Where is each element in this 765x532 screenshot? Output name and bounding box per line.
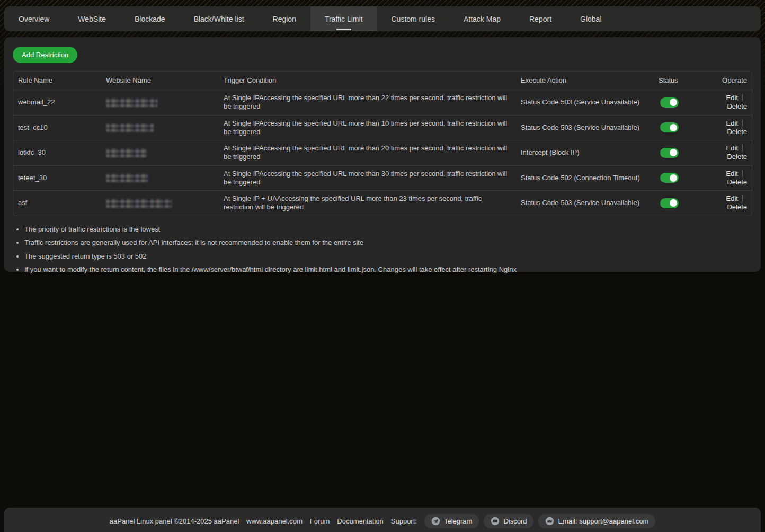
- discord-icon: [491, 517, 500, 526]
- telegram-icon: [431, 517, 440, 526]
- note-item: Traffic restrictions are generally used …: [24, 238, 752, 246]
- header-operate: Operate: [711, 76, 752, 85]
- tab-website[interactable]: WebSite: [64, 6, 120, 31]
- email-label: Email: support@aapanel.com: [558, 517, 648, 525]
- delete-link[interactable]: Delete: [727, 153, 747, 161]
- execute-action-cell: Status Code 502 (Connection Timeout): [521, 174, 659, 182]
- header-website-name: Website Name: [106, 76, 224, 85]
- tab-global[interactable]: Global: [566, 6, 616, 31]
- execute-action-cell: Status Code 503 (Service Unavailable): [521, 123, 659, 132]
- table-row: test_cc10 At Single IPAccessing the spec…: [13, 115, 752, 140]
- delete-link[interactable]: Delete: [727, 203, 747, 211]
- header-execute-action: Execute Action: [521, 76, 659, 85]
- note-item: The priority of traffic restrictions is …: [24, 225, 752, 233]
- note-item: The suggested return type is 503 or 502: [24, 252, 752, 260]
- discord-button[interactable]: Discord: [484, 514, 533, 528]
- footer-site-link[interactable]: www.aapanel.com: [246, 517, 303, 525]
- execute-action-cell: Status Code 503 (Service Unavailable): [521, 98, 659, 107]
- tab-blockade[interactable]: Blockade: [120, 6, 180, 31]
- operate-divider: [742, 145, 743, 151]
- email-button[interactable]: Email: support@aapanel.com: [538, 514, 655, 528]
- delete-link[interactable]: Delete: [727, 178, 747, 186]
- rule-name-cell: teteet_30: [13, 174, 106, 182]
- add-restriction-button[interactable]: Add Restriction: [13, 47, 77, 63]
- telegram-label: Telegram: [444, 517, 472, 525]
- edit-link[interactable]: Edit: [726, 119, 738, 127]
- table-row: lotkfc_30 At Single IPAccessing the spec…: [13, 140, 752, 165]
- table-row: teteet_30 At Single IPAccessing the spec…: [13, 165, 752, 191]
- status-toggle[interactable]: [660, 173, 679, 183]
- note-item: If you want to modify the return content…: [24, 265, 752, 273]
- footer-docs-link[interactable]: Documentation: [337, 517, 383, 525]
- traffic-limit-panel: Add Restriction Rule Name Website Name T…: [4, 37, 761, 272]
- rule-name-cell: test_cc10: [13, 123, 106, 132]
- tab-report[interactable]: Report: [515, 6, 566, 31]
- trigger-condition-cell: At Single IPAccessing the specified URL …: [224, 119, 521, 137]
- rule-name-cell: webmail_22: [13, 98, 106, 107]
- status-toggle[interactable]: [660, 198, 679, 208]
- operate-divider: [742, 120, 743, 126]
- execute-action-cell: Status Code 503 (Service Unavailable): [521, 199, 659, 207]
- tab-attack-map[interactable]: Attack Map: [449, 6, 515, 31]
- tab-region[interactable]: Region: [259, 6, 310, 31]
- trigger-condition-cell: At Single IP + UAAccessing the specified…: [224, 194, 521, 212]
- table-row: webmail_22 At Single IPAccessing the spe…: [13, 90, 752, 115]
- website-name-redacted: [106, 199, 172, 208]
- status-toggle[interactable]: [660, 148, 679, 158]
- header-status: Status: [659, 76, 711, 85]
- trigger-condition-cell: At Single IPAccessing the specified URL …: [224, 94, 521, 111]
- restriction-rules-table: Rule Name Website Name Trigger Condition…: [13, 71, 752, 216]
- main-nav: Overview WebSite Blockade Black/White li…: [4, 6, 761, 31]
- edit-link[interactable]: Edit: [726, 170, 738, 178]
- edit-link[interactable]: Edit: [726, 194, 738, 202]
- trigger-condition-cell: At Single IPAccessing the specified URL …: [224, 170, 521, 187]
- tab-black-white-list[interactable]: Black/White list: [180, 6, 259, 31]
- delete-link[interactable]: Delete: [727, 128, 747, 136]
- tab-overview[interactable]: Overview: [4, 6, 64, 31]
- tab-custom-rules[interactable]: Custom rules: [377, 6, 449, 31]
- footer: aaPanel Linux panel ©2014-2025 aaPanel w…: [4, 508, 761, 532]
- rule-name-cell: asf: [13, 199, 106, 207]
- footer-forum-link[interactable]: Forum: [310, 517, 330, 525]
- notes-list: The priority of traffic restrictions is …: [24, 225, 752, 274]
- status-toggle[interactable]: [660, 122, 679, 132]
- execute-action-cell: Intercept (Block IP): [521, 148, 659, 157]
- footer-copyright: aaPanel Linux panel ©2014-2025 aaPanel: [110, 517, 239, 525]
- table-row: asf At Single IP + UAAccessing the speci…: [13, 190, 752, 216]
- operate-divider: [742, 195, 743, 201]
- rule-name-cell: lotkfc_30: [13, 148, 106, 157]
- website-name-redacted: [106, 173, 148, 182]
- header-trigger-condition: Trigger Condition: [224, 76, 521, 85]
- status-toggle[interactable]: [660, 97, 679, 108]
- edit-link[interactable]: Edit: [726, 144, 738, 152]
- tab-traffic-limit[interactable]: Traffic Limit: [310, 6, 377, 31]
- operate-divider: [742, 94, 743, 101]
- trigger-condition-cell: At Single IPAccessing the specified URL …: [224, 144, 521, 162]
- delete-link[interactable]: Delete: [727, 102, 747, 110]
- discord-label: Discord: [503, 517, 527, 525]
- email-icon: [545, 517, 554, 526]
- website-name-redacted: [106, 148, 147, 157]
- table-header-row: Rule Name Website Name Trigger Condition…: [13, 72, 752, 90]
- edit-link[interactable]: Edit: [726, 94, 738, 102]
- operate-divider: [742, 170, 743, 176]
- footer-support-label: Support:: [391, 517, 417, 525]
- website-name-redacted: [106, 123, 154, 132]
- telegram-button[interactable]: Telegram: [424, 514, 479, 528]
- header-rule-name: Rule Name: [13, 76, 106, 85]
- website-name-redacted: [106, 98, 157, 107]
